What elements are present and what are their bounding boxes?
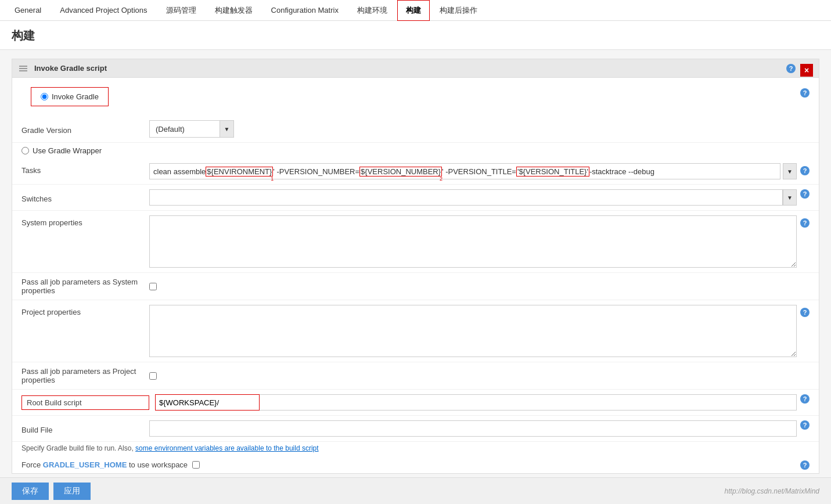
- build-card: Invoke Gradle script × ? Invoke Gradle ?…: [12, 59, 819, 474]
- use-gradle-wrapper-label: Use Gradle Wrapper: [33, 146, 102, 155]
- gradle-version-value: (Default): [150, 123, 220, 136]
- help-icon-invoke[interactable]: ?: [800, 88, 810, 98]
- gradle-version-row: Gradle Version (Default) ▼: [12, 116, 819, 143]
- system-properties-label: System properties: [21, 215, 149, 227]
- invoke-gradle-label: Invoke Gradle: [52, 92, 99, 101]
- drag-handle[interactable]: [19, 66, 27, 71]
- apply-button[interactable]: 应用: [53, 483, 91, 483]
- tasks-mid1: ' -PVERSION_NUMBER=: [273, 167, 359, 176]
- build-file-hint: Specify Gradle build file to run. Also, …: [12, 442, 819, 457]
- tasks-dropdown-btn[interactable]: ▼: [783, 163, 797, 179]
- delete-button[interactable]: ×: [800, 64, 813, 77]
- top-nav: General Advanced Project Options 源码管理 构建…: [0, 0, 831, 21]
- help-icon-project-props[interactable]: ?: [800, 308, 810, 317]
- tasks-row: Tasks clean assemble ${ENVIRONMENT} 1 ' …: [12, 159, 819, 185]
- help-icon-build-file[interactable]: ?: [800, 420, 810, 430]
- build-card-title: Invoke Gradle script: [34, 64, 107, 73]
- project-properties-label: Project properties: [21, 305, 149, 316]
- tab-build[interactable]: 构建: [397, 0, 430, 21]
- tab-triggers[interactable]: 构建触发器: [206, 0, 261, 21]
- gradle-version-dropdown-btn[interactable]: ▼: [220, 121, 233, 137]
- pass-system-checkbox[interactable]: [149, 283, 157, 290]
- help-icon-system-props[interactable]: ?: [800, 218, 810, 228]
- page-title: 构建: [0, 21, 831, 50]
- root-build-script-input[interactable]: [155, 394, 260, 411]
- gradle-version-label: Gradle Version: [21, 123, 149, 135]
- switches-input[interactable]: [149, 189, 783, 206]
- tasks-env-highlight: ${ENVIRONMENT} 1: [206, 167, 273, 177]
- tab-post[interactable]: 构建后操作: [431, 0, 486, 21]
- project-properties-row: Project properties ?: [12, 300, 819, 362]
- pass-system-row: Pass all job parameters as System proper…: [12, 273, 819, 300]
- invoke-gradle-row: Invoke Gradle ?: [21, 82, 810, 111]
- force-highlight-text: GRADLE_USER_HOME: [43, 460, 127, 469]
- bottom-buttons: 保存 应用: [12, 483, 91, 483]
- build-file-row: Build File ?: [12, 416, 819, 442]
- tasks-input[interactable]: clean assemble ${ENVIRONMENT} 1 ' -PVERS…: [149, 163, 780, 179]
- tasks-badge-1: 1: [271, 176, 274, 182]
- help-icon-tasks[interactable]: ?: [800, 166, 810, 175]
- help-icon-header[interactable]: ?: [786, 64, 796, 73]
- pass-system-label: Pass all job parameters as System proper…: [21, 278, 149, 295]
- help-icon-root-build[interactable]: ?: [800, 394, 810, 404]
- tasks-version-title-highlight: '${VERSION_TITLE}': [516, 167, 589, 177]
- tasks-text-prefix: clean assemble: [153, 167, 206, 176]
- tab-general[interactable]: General: [6, 1, 50, 20]
- tab-matrix[interactable]: Configuration Matrix: [262, 1, 347, 20]
- bottom-bar: 保存 应用 http://blog.csdn.net/MatrixMind: [0, 477, 831, 483]
- root-build-script-label: Root Build script: [21, 395, 149, 410]
- tasks-mid2: ' -PVERSION_TITLE=: [442, 167, 516, 176]
- tasks-version-number-highlight: ${VERSION_NUMBER} 2: [359, 167, 442, 177]
- tab-scm[interactable]: 源码管理: [157, 0, 205, 21]
- use-gradle-wrapper-row: Use Gradle Wrapper: [12, 143, 819, 159]
- tab-env[interactable]: 构建环境: [348, 0, 396, 21]
- system-properties-row: System properties ?: [12, 211, 819, 273]
- pass-project-label: Pass all job parameters as Project prope…: [21, 367, 149, 384]
- force-label: Force GRADLE_USER_HOME to use workspace: [21, 460, 188, 469]
- main-content: Invoke Gradle script × ? Invoke Gradle ?…: [0, 50, 831, 483]
- force-gradle-checkbox[interactable]: [192, 461, 200, 469]
- env-vars-link[interactable]: some environment variables are available…: [135, 444, 319, 452]
- switches-label: Switches: [21, 192, 149, 203]
- project-properties-textarea[interactable]: [149, 305, 797, 357]
- force-gradle-row: Force GRADLE_USER_HOME to use workspace …: [12, 457, 819, 473]
- help-icon-switches[interactable]: ?: [800, 189, 810, 199]
- tasks-badge-2: 2: [440, 176, 443, 182]
- build-file-label: Build File: [21, 423, 149, 434]
- switches-dropdown-btn[interactable]: ▼: [783, 189, 797, 206]
- switches-row: Switches ▼ ?: [12, 185, 819, 211]
- save-button[interactable]: 保存: [12, 483, 49, 483]
- use-gradle-wrapper-radio[interactable]: [21, 147, 29, 154]
- help-icon-force[interactable]: ?: [800, 460, 810, 470]
- tasks-suffix: -stacktrace --debug: [589, 167, 654, 176]
- tab-advanced[interactable]: Advanced Project Options: [51, 1, 156, 20]
- build-card-header: Invoke Gradle script × ?: [12, 59, 819, 78]
- pass-project-row: Pass all job parameters as Project prope…: [12, 362, 819, 390]
- root-build-script-extra-input[interactable]: [260, 394, 797, 411]
- invoke-gradle-radio[interactable]: [41, 93, 48, 100]
- root-build-script-row: Root Build script ?: [12, 390, 819, 416]
- tasks-label: Tasks: [21, 163, 149, 175]
- system-properties-textarea[interactable]: [149, 215, 797, 268]
- invoke-gradle-radio-row: Invoke Gradle: [31, 87, 109, 106]
- pass-project-checkbox[interactable]: [149, 372, 157, 380]
- build-file-input[interactable]: [149, 420, 797, 437]
